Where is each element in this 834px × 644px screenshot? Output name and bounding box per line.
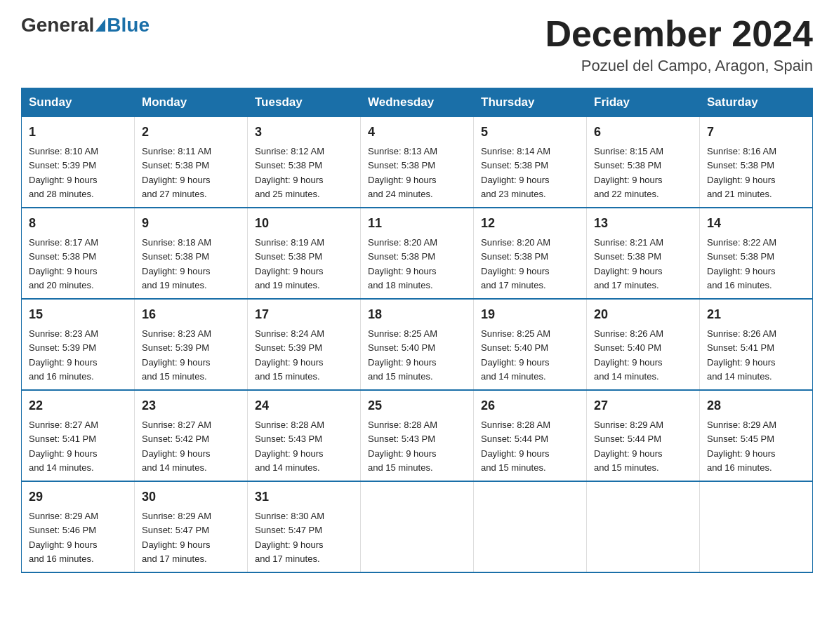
daylight-minutes: and 20 minutes. [29, 280, 94, 290]
daylight-minutes: and 14 minutes. [481, 371, 546, 382]
day-number: 12 [481, 214, 579, 233]
sunrise-info: Sunrise: 8:29 AM [142, 511, 211, 521]
daylight-info: Daylight: 9 hours [142, 266, 211, 276]
main-title: December 2024 [545, 14, 813, 54]
calendar-cell-w1-d7: 7Sunrise: 8:16 AMSunset: 5:38 PMDaylight… [700, 117, 813, 208]
sunset-info: Sunset: 5:38 PM [594, 251, 661, 262]
sunset-info: Sunset: 5:38 PM [594, 160, 661, 170]
sunrise-info: Sunrise: 8:23 AM [142, 328, 211, 339]
sunrise-info: Sunrise: 8:26 AM [594, 328, 663, 339]
daylight-info: Daylight: 9 hours [255, 539, 324, 550]
sunset-info: Sunset: 5:38 PM [481, 251, 548, 262]
day-number: 11 [368, 214, 466, 233]
day-number: 28 [707, 396, 805, 415]
header-sunday: Sunday [22, 88, 135, 117]
sunrise-info: Sunrise: 8:28 AM [368, 420, 437, 430]
day-number: 20 [594, 305, 692, 324]
daylight-info: Daylight: 9 hours [594, 357, 663, 368]
day-number: 17 [255, 305, 353, 324]
sunset-info: Sunset: 5:38 PM [142, 251, 209, 262]
sunset-info: Sunset: 5:38 PM [707, 160, 774, 170]
calendar-cell-w5-d7 [700, 481, 813, 572]
day-number: 4 [368, 123, 466, 142]
day-number: 9 [142, 214, 240, 233]
sunset-info: Sunset: 5:38 PM [368, 160, 435, 170]
sunrise-info: Sunrise: 8:23 AM [29, 328, 98, 339]
sunset-info: Sunset: 5:40 PM [594, 342, 661, 353]
day-number: 31 [255, 488, 353, 507]
header-saturday: Saturday [700, 88, 813, 117]
logo-triangle-icon [95, 19, 105, 32]
sunrise-info: Sunrise: 8:28 AM [481, 420, 550, 430]
sunrise-info: Sunrise: 8:26 AM [707, 328, 776, 339]
sunrise-info: Sunrise: 8:25 AM [481, 328, 550, 339]
daylight-minutes: and 14 minutes. [142, 462, 207, 473]
day-number: 18 [368, 305, 466, 324]
daylight-minutes: and 19 minutes. [142, 280, 207, 290]
calendar-cell-w4-d5: 26Sunrise: 8:28 AMSunset: 5:44 PMDayligh… [474, 390, 587, 481]
calendar-cell-w1-d6: 6Sunrise: 8:15 AMSunset: 5:38 PMDaylight… [587, 117, 700, 208]
daylight-minutes: and 15 minutes. [142, 371, 207, 382]
calendar-cell-w4-d1: 22Sunrise: 8:27 AMSunset: 5:41 PMDayligh… [22, 390, 135, 481]
day-number: 3 [255, 123, 353, 142]
sunset-info: Sunset: 5:38 PM [255, 251, 322, 262]
sunset-info: Sunset: 5:40 PM [368, 342, 435, 353]
day-number: 30 [142, 488, 240, 507]
calendar-cell-w1-d3: 3Sunrise: 8:12 AMSunset: 5:38 PMDaylight… [248, 117, 361, 208]
sunrise-info: Sunrise: 8:13 AM [368, 146, 437, 156]
day-number: 7 [707, 123, 805, 142]
daylight-info: Daylight: 9 hours [255, 175, 324, 185]
daylight-minutes: and 14 minutes. [29, 462, 94, 473]
daylight-minutes: and 22 minutes. [594, 189, 659, 199]
daylight-minutes: and 15 minutes. [368, 371, 433, 382]
daylight-info: Daylight: 9 hours [707, 266, 776, 276]
sunrise-info: Sunrise: 8:18 AM [142, 237, 211, 248]
sunset-info: Sunset: 5:40 PM [481, 342, 548, 353]
calendar-cell-w3-d7: 21Sunrise: 8:26 AMSunset: 5:41 PMDayligh… [700, 299, 813, 390]
calendar-cell-w1-d1: 1Sunrise: 8:10 AMSunset: 5:39 PMDaylight… [22, 117, 135, 208]
sunset-info: Sunset: 5:39 PM [255, 342, 322, 353]
logo: General Blue [21, 14, 150, 36]
daylight-info: Daylight: 9 hours [255, 448, 324, 459]
sunset-info: Sunset: 5:45 PM [707, 434, 774, 444]
sunset-info: Sunset: 5:46 PM [29, 525, 96, 535]
daylight-info: Daylight: 9 hours [255, 357, 324, 368]
day-number: 15 [29, 305, 127, 324]
sunset-info: Sunset: 5:38 PM [481, 160, 548, 170]
calendar-cell-w4-d4: 25Sunrise: 8:28 AMSunset: 5:43 PMDayligh… [361, 390, 474, 481]
daylight-info: Daylight: 9 hours [481, 266, 550, 276]
daylight-minutes: and 14 minutes. [594, 371, 659, 382]
daylight-info: Daylight: 9 hours [29, 448, 98, 459]
daylight-minutes: and 16 minutes. [29, 554, 94, 564]
daylight-info: Daylight: 9 hours [594, 175, 663, 185]
sunrise-info: Sunrise: 8:21 AM [594, 237, 663, 248]
sunset-info: Sunset: 5:42 PM [142, 434, 209, 444]
daylight-info: Daylight: 9 hours [142, 539, 211, 550]
sunrise-info: Sunrise: 8:16 AM [707, 146, 776, 156]
calendar-cell-w1-d2: 2Sunrise: 8:11 AMSunset: 5:38 PMDaylight… [135, 117, 248, 208]
day-number: 21 [707, 305, 805, 324]
calendar-cell-w4-d2: 23Sunrise: 8:27 AMSunset: 5:42 PMDayligh… [135, 390, 248, 481]
header-monday: Monday [135, 88, 248, 117]
calendar-cell-w5-d4 [361, 481, 474, 572]
daylight-info: Daylight: 9 hours [707, 357, 776, 368]
sunrise-info: Sunrise: 8:15 AM [594, 146, 663, 156]
week-row-5: 29Sunrise: 8:29 AMSunset: 5:46 PMDayligh… [22, 481, 813, 572]
daylight-minutes: and 17 minutes. [142, 554, 207, 564]
daylight-minutes: and 16 minutes. [707, 462, 772, 473]
sunset-info: Sunset: 5:47 PM [142, 525, 209, 535]
sunset-info: Sunset: 5:38 PM [368, 251, 435, 262]
daylight-minutes: and 23 minutes. [481, 189, 546, 199]
calendar-cell-w3-d1: 15Sunrise: 8:23 AMSunset: 5:39 PMDayligh… [22, 299, 135, 390]
day-number: 1 [29, 123, 127, 142]
calendar-cell-w2-d5: 12Sunrise: 8:20 AMSunset: 5:38 PMDayligh… [474, 208, 587, 299]
calendar-cell-w3-d2: 16Sunrise: 8:23 AMSunset: 5:39 PMDayligh… [135, 299, 248, 390]
daylight-info: Daylight: 9 hours [594, 266, 663, 276]
sunset-info: Sunset: 5:38 PM [707, 251, 774, 262]
header-friday: Friday [587, 88, 700, 117]
daylight-info: Daylight: 9 hours [29, 175, 98, 185]
daylight-info: Daylight: 9 hours [29, 357, 98, 368]
calendar-cell-w2-d1: 8Sunrise: 8:17 AMSunset: 5:38 PMDaylight… [22, 208, 135, 299]
day-number: 16 [142, 305, 240, 324]
daylight-minutes: and 14 minutes. [707, 371, 772, 382]
